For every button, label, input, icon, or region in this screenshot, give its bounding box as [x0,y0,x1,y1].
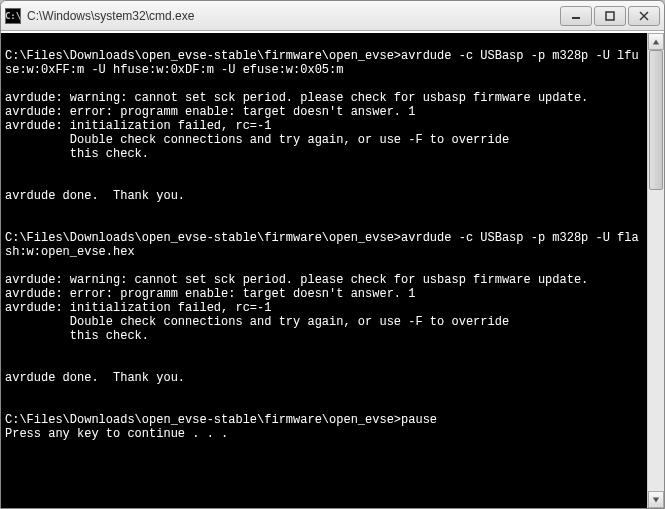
maximize-button[interactable] [594,6,626,26]
close-icon [639,11,649,21]
window-controls [558,6,660,26]
maximize-icon [605,11,615,21]
cmd-window: C:\ C:\Windows\system32\cmd.exe C:\Files… [0,0,665,509]
close-button[interactable] [628,6,660,26]
minimize-button[interactable] [560,6,592,26]
scroll-down-button[interactable] [648,491,664,508]
chevron-down-icon [652,496,660,504]
svg-marker-5 [653,497,659,502]
scroll-track[interactable] [648,50,664,491]
svg-rect-1 [606,12,614,20]
app-icon: C:\ [5,8,21,24]
vertical-scrollbar[interactable] [647,33,664,508]
terminal-output[interactable]: C:\Files\Downloads\open_evse-stable\firm… [1,33,647,508]
svg-marker-4 [653,39,659,44]
terminal-area: C:\Files\Downloads\open_evse-stable\firm… [1,31,664,508]
scroll-up-button[interactable] [648,33,664,50]
window-title: C:\Windows\system32\cmd.exe [27,9,558,23]
titlebar[interactable]: C:\ C:\Windows\system32\cmd.exe [1,1,664,31]
scroll-thumb[interactable] [649,50,663,190]
chevron-up-icon [652,38,660,46]
minimize-icon [571,11,581,21]
